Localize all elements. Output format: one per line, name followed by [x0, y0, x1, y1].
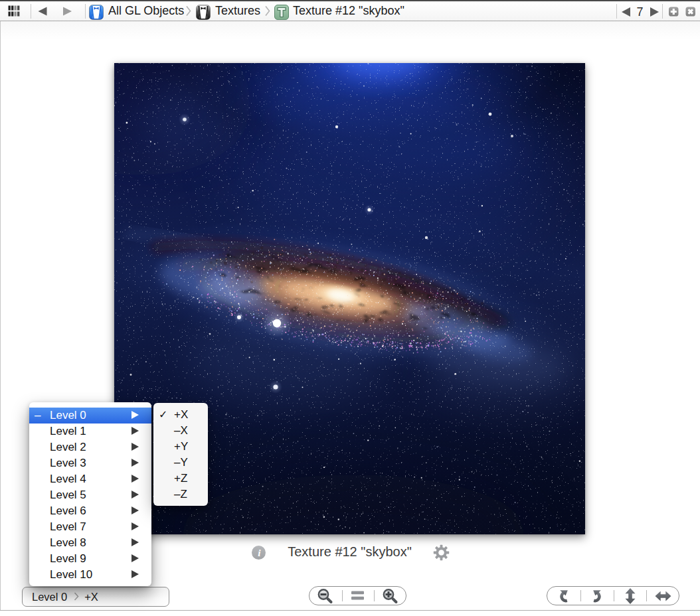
svg-text:7: 7 [636, 5, 643, 19]
